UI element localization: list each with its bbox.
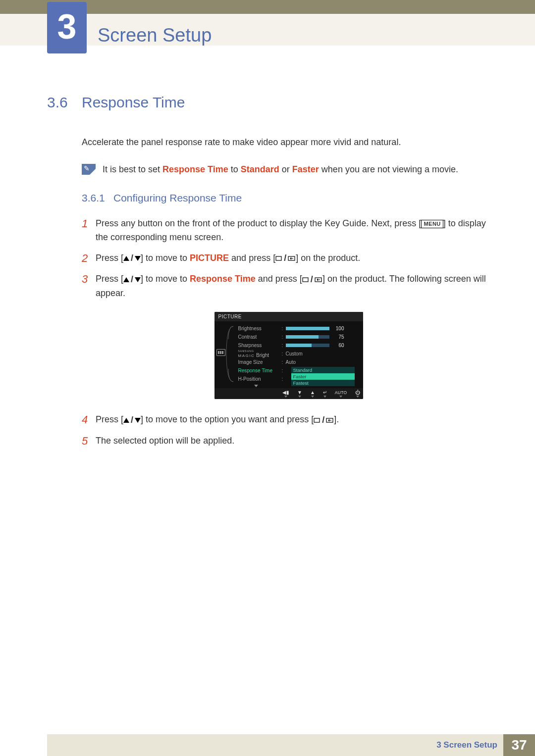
- section-number: 3.6: [47, 94, 82, 111]
- osd-option-fastest: Fastest: [291, 380, 355, 386]
- osd-slider-sharpness: [286, 344, 329, 347]
- note-em1: Response Time: [162, 164, 228, 174]
- step-3-num: 3: [82, 272, 96, 287]
- intro-text: Accelerate the panel response rate to ma…: [82, 136, 495, 149]
- menu-button-icon: MENU: [421, 220, 443, 228]
- step-5: 5 The selected option will be applied.: [82, 434, 495, 449]
- osd-item-image-size: Image Size : Auto: [238, 358, 359, 366]
- step-4-num: 4: [82, 413, 96, 427]
- step-2-text: Press [/] to move to PICTURE and press […: [96, 252, 360, 265]
- step-5-text: The selected option will be applied.: [96, 434, 234, 448]
- chapter-number: 3: [57, 7, 77, 47]
- step-3-text: Press [/] to move to Response Time and p…: [96, 272, 495, 300]
- osd-label-hpos: H-Position: [238, 376, 282, 382]
- step-2-post: ] on the product.: [296, 253, 360, 263]
- select-enter-icon: /: [314, 413, 334, 427]
- chapter-number-badge: 3: [47, 2, 87, 53]
- step-2-em: PICTURE: [190, 253, 229, 263]
- note-block: It is best to set Response Time to Stand…: [82, 163, 495, 176]
- subsection-number: 3.6.1: [82, 192, 113, 204]
- step-3-mid1: ] to move to: [141, 274, 190, 284]
- osd-title: PICTURE: [214, 312, 363, 321]
- osd-connector-bracket: [225, 324, 234, 384]
- step-3-mid2: and press [: [256, 274, 302, 284]
- osd-value-magic: Custom: [286, 351, 303, 356]
- osd-value-brightness: 100: [332, 326, 344, 331]
- note-mid1: to: [228, 164, 241, 174]
- step-5-num: 5: [82, 434, 96, 449]
- osd-down-icon: ▼: [297, 390, 302, 398]
- chapter-title: Screen Setup: [98, 25, 212, 46]
- step-3-em: Response Time: [190, 274, 256, 284]
- note-em3: Faster: [292, 164, 319, 174]
- osd-option-standard: Standard: [291, 367, 355, 373]
- osd-enter-icon: ↵: [323, 390, 327, 398]
- subsection-heading: 3.6.1 Configuring Response Time: [82, 192, 495, 204]
- osd-label-sharpness: Sharpness: [238, 343, 282, 348]
- footer-chapter-ref: 3 Screen Setup: [436, 740, 497, 750]
- chapter-header: 3 Screen Setup: [47, 2, 212, 53]
- osd-dropdown-response-time: Standard Faster Fastest: [291, 367, 355, 386]
- osd-label-magic-bright: SAMSUNGMAGIC Bright: [238, 350, 282, 358]
- section-heading: 3.6 Response Time: [47, 94, 495, 111]
- footer-page-number: 37: [503, 734, 535, 756]
- up-down-icon: /: [123, 273, 141, 287]
- note-text: It is best to set Response Time to Stand…: [103, 163, 458, 176]
- up-down-icon: /: [123, 413, 141, 427]
- osd-label-imagesize: Image Size: [238, 359, 282, 365]
- osd-item-sharpness: Sharpness : 60: [238, 341, 359, 350]
- footer-bar: 3 Screen Setup: [47, 734, 503, 756]
- osd-up-icon: ▲: [310, 390, 315, 398]
- scroll-down-indicator-icon: [254, 385, 258, 387]
- osd-panel: PICTURE Brightness : 100 Contrast :: [214, 312, 363, 399]
- step-2-mid1: ] to move to: [141, 253, 190, 263]
- step-4-mid: ] to move to the option you want and pre…: [141, 414, 314, 424]
- osd-value-contrast: 75: [332, 334, 344, 340]
- note-icon: [82, 164, 96, 175]
- footer-gutter: [0, 734, 47, 756]
- osd-footer: ◀▮ ▼ ▲ ↵ AUTO ⏻: [214, 388, 363, 399]
- osd-option-faster: Faster: [291, 373, 355, 380]
- svg-rect-2: [303, 278, 308, 282]
- select-enter-icon: /: [302, 273, 322, 287]
- magic-suffix: Bright: [256, 353, 269, 358]
- step-4: 4 Press [/] to move to the option you wa…: [82, 413, 495, 427]
- section-title: Response Time: [82, 94, 185, 111]
- svg-rect-4: [314, 418, 320, 422]
- osd-label-contrast: Contrast: [238, 334, 282, 340]
- page-footer: 3 Screen Setup 37: [0, 734, 535, 756]
- osd-slider-contrast: [286, 335, 329, 339]
- magic-bot: MAGIC: [238, 353, 255, 358]
- osd-value-imagesize: Auto: [286, 359, 296, 365]
- step-1-pre: Press any button on the front of the pro…: [96, 218, 421, 228]
- note-em2: Standard: [241, 164, 279, 174]
- osd-item-contrast: Contrast : 75: [238, 333, 359, 341]
- up-down-icon: /: [123, 252, 141, 265]
- osd-auto-button: AUTO: [335, 390, 347, 398]
- osd-screenshot: PICTURE Brightness : 100 Contrast :: [82, 312, 495, 399]
- step-3: 3 Press [/] to move to Response Time and…: [82, 272, 495, 300]
- osd-power-icon: ⏻: [355, 390, 360, 398]
- osd-item-magic-bright: SAMSUNGMAGIC Bright : Custom: [238, 350, 359, 358]
- osd-body: Brightness : 100 Contrast : 75 Sharpness…: [214, 321, 363, 388]
- select-enter-icon: /: [275, 252, 296, 265]
- step-1: 1 Press any button on the front of the p…: [82, 217, 495, 245]
- step-2-num: 2: [82, 252, 96, 266]
- osd-back-icon: ◀▮: [282, 390, 289, 398]
- step-2-pre: Press [: [96, 253, 123, 263]
- content-area: 3.6 Response Time Accelerate the panel r…: [47, 94, 495, 455]
- picture-category-icon: [216, 349, 225, 356]
- step-1-text: Press any button on the front of the pro…: [96, 217, 495, 245]
- osd-label-brightness: Brightness: [238, 326, 282, 331]
- step-3-pre: Press [: [96, 274, 123, 284]
- osd-label-resptime: Response Time: [238, 368, 282, 373]
- note-pre: It is best to set: [103, 164, 162, 174]
- step-2-mid2: and press [: [229, 253, 275, 263]
- osd-item-brightness: Brightness : 100: [238, 324, 359, 333]
- step-4-pre: Press [: [96, 414, 123, 424]
- osd-slider-brightness: [286, 327, 329, 330]
- step-2: 2 Press [/] to move to PICTURE and press…: [82, 252, 495, 266]
- svg-rect-0: [276, 256, 281, 260]
- subsection-title: Configuring Response Time: [113, 192, 242, 204]
- osd-value-sharpness: 60: [332, 343, 344, 348]
